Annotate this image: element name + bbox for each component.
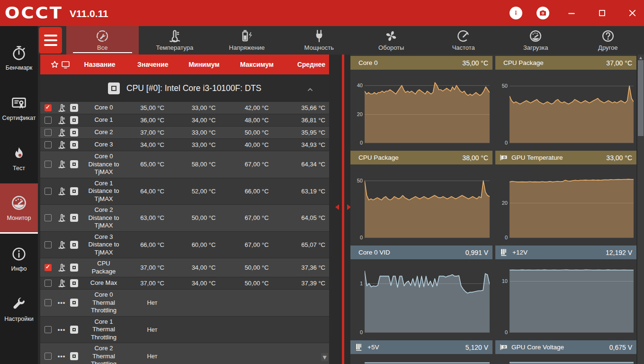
thermometer-small-icon: [57, 116, 66, 125]
sensor-avg: 36,81 °C: [283, 117, 329, 124]
graph-checkbox[interactable]: [45, 104, 52, 111]
sensor-row[interactable]: Core Max37,00 °C34,00 °C50,00 °C37,39 °C: [40, 277, 329, 290]
chevron-up-icon[interactable]: [305, 85, 315, 94]
graph-tile-header[interactable]: Core 035,00 °C: [350, 56, 492, 70]
sensor-row[interactable]: Core 035,00 °C33,00 °C42,00 °C35,66 °C: [40, 102, 329, 114]
sidebar-item-certificate[interactable]: Сертификат: [0, 83, 38, 133]
sensor-min: 52,00 °C: [177, 188, 230, 195]
sensor-row[interactable]: Core 136,00 °C34,00 °C48,00 °C36,81 °C: [40, 114, 329, 127]
graph-tile: +12V12,192 V100: [495, 246, 636, 338]
tab-voltage[interactable]: Напряжение: [211, 26, 283, 55]
graph-sensor-name: Core 0: [358, 59, 458, 66]
tab-temperature[interactable]: Температура: [139, 26, 211, 55]
graph-checkbox[interactable]: [45, 161, 52, 168]
sidebar-item-monitor[interactable]: Монитор: [0, 183, 38, 234]
column-header-value[interactable]: Значение: [128, 61, 178, 68]
sensor-max: 40,00 °C: [230, 141, 283, 148]
graph-checkbox[interactable]: [45, 214, 52, 221]
cpu-section-header[interactable]: CPU [#0]: Intel Core i3-10100F: DTS: [40, 74, 329, 102]
tab-load[interactable]: Загрузка: [500, 26, 572, 55]
tab-rpm[interactable]: Обороты: [355, 26, 428, 55]
sensor-row[interactable]: Core 3 Distance to TjMAX66,00 °C60,00 °C…: [40, 232, 329, 259]
sensor-row[interactable]: Core 334,00 °C33,00 °C40,00 °C34,93 °C: [40, 139, 329, 151]
sensor-row[interactable]: CPU Package37,00 °C34,00 °C50,00 °C37,36…: [40, 258, 329, 277]
tab-frequency[interactable]: Частота: [428, 26, 500, 55]
plug-icon: [312, 29, 326, 43]
screenshot-button[interactable]: [537, 7, 549, 19]
graph-tile-header[interactable]: GPU Core Voltage0,675 V: [495, 340, 636, 354]
tab-other[interactable]: Другое: [572, 26, 644, 55]
minimize-button[interactable]: [564, 5, 580, 21]
close-button[interactable]: [624, 5, 640, 21]
column-header-max[interactable]: Максимум: [231, 61, 284, 68]
graphs-panel: Core 035,00 °C40200CPU Package37,00 °C50…: [350, 55, 636, 364]
sensor-row[interactable]: •••Core 2 Thermal ThrottlingНет: [40, 343, 329, 364]
graph-checkbox[interactable]: [45, 299, 52, 306]
scrollbar-thumb[interactable]: [638, 60, 644, 136]
graph-checkbox[interactable]: [45, 241, 52, 248]
sensor-avg: 63,19 °C: [283, 188, 329, 195]
sidebar-item-test[interactable]: Тест: [0, 133, 38, 183]
cpu-chip-icon: [70, 116, 78, 124]
dots-icon: •••: [58, 326, 66, 333]
sidebar-item-info[interactable]: Инфо: [0, 234, 38, 284]
sensor-min: 34,00 °C: [177, 264, 230, 271]
sensor-row[interactable]: •••Core 1 Thermal ThrottlingНет: [40, 317, 329, 344]
gpu-card-icon: [500, 343, 508, 351]
sensor-row[interactable]: •••Core 0 Thermal ThrottlingНет: [40, 290, 329, 317]
table-scroll-down-button[interactable]: ▾: [321, 353, 328, 361]
splitter-handle[interactable]: [342, 55, 344, 364]
sensor-row[interactable]: Core 1 Distance to TjMAX64,00 °C52,00 °C…: [40, 178, 329, 205]
tab-label: Напряжение: [229, 44, 265, 51]
graph-checkbox[interactable]: [45, 280, 52, 287]
monitor-gauge-icon: [10, 194, 27, 211]
info-circle-icon: [11, 246, 27, 262]
sensor-row[interactable]: Core 2 Distance to TjMAX63,00 °C50,00 °C…: [40, 205, 329, 232]
graph-checkbox[interactable]: [45, 264, 52, 271]
sensor-min: 33,00 °C: [177, 129, 230, 136]
graph-tile-header[interactable]: Core 0 VID0,991 V: [350, 246, 492, 259]
graph-curve: [365, 166, 490, 239]
tab-all[interactable]: Все: [66, 26, 139, 55]
sensor-min: 33,00 °C: [177, 104, 230, 111]
graph-checkbox[interactable]: [45, 353, 52, 360]
column-header-name[interactable]: Название: [72, 61, 128, 68]
sensor-max: 67,00 °C: [230, 214, 283, 221]
axis-tick-label: 0: [495, 140, 508, 146]
graph-checkbox[interactable]: [45, 326, 52, 333]
column-header-min[interactable]: Минимум: [178, 61, 231, 68]
sensor-row[interactable]: Core 0 Distance to TjMAX65,00 °C58,00 °C…: [40, 151, 329, 178]
tab-power[interactable]: Мощность: [283, 26, 356, 55]
sidebar-item-benchmark[interactable]: Бенчмарк: [0, 33, 38, 83]
splitter-collapse-left-arrow[interactable]: [335, 204, 339, 210]
graph-checkbox[interactable]: [45, 117, 52, 124]
graph-tile-header[interactable]: CPU Package38,00 °C: [350, 151, 492, 164]
scrollbar-up-arrow[interactable]: ▲: [637, 55, 644, 60]
sensor-avg: 35,95 °C: [283, 129, 329, 136]
favorites-star-icon[interactable]: [50, 60, 60, 69]
graph-tile-header[interactable]: GPU Temperature33,00 °C: [495, 151, 636, 164]
graph-checkbox[interactable]: [45, 188, 52, 195]
graphs-scrollbar[interactable]: ▲: [637, 55, 644, 364]
graph-tile-header[interactable]: CPU Package37,00 °C: [495, 56, 636, 70]
sensor-avg: 64,34 °C: [283, 161, 329, 168]
graph-checkbox[interactable]: [45, 141, 52, 148]
graph-current-value: 37,00 °C: [606, 59, 632, 67]
sensor-row[interactable]: Core 237,00 °C33,00 °C50,00 °C35,95 °C: [40, 127, 329, 139]
graph-tile-header[interactable]: +12V12,192 V: [495, 246, 636, 259]
graph-checkbox[interactable]: [45, 129, 52, 136]
sidebar-item-settings[interactable]: Настройки: [0, 284, 38, 334]
screen-icon[interactable]: [60, 60, 72, 70]
hamburger-menu-button[interactable]: [39, 27, 62, 54]
flame-icon: [11, 146, 27, 162]
info-button[interactable]: [510, 7, 522, 19]
fan-icon: [384, 29, 398, 43]
sensor-name: Core 0 Thermal Throttling: [80, 291, 127, 315]
graph-tile-header[interactable]: +5V5,120 V: [350, 340, 492, 354]
sensor-avg: 35,66 °C: [283, 104, 329, 111]
cpu-chip-icon: [70, 241, 78, 249]
maximize-button[interactable]: [594, 5, 610, 21]
sensor-value: 37,00 °C: [127, 280, 177, 287]
graph-plot-area: 100: [495, 261, 636, 338]
column-header-avg[interactable]: Среднее: [283, 61, 329, 68]
